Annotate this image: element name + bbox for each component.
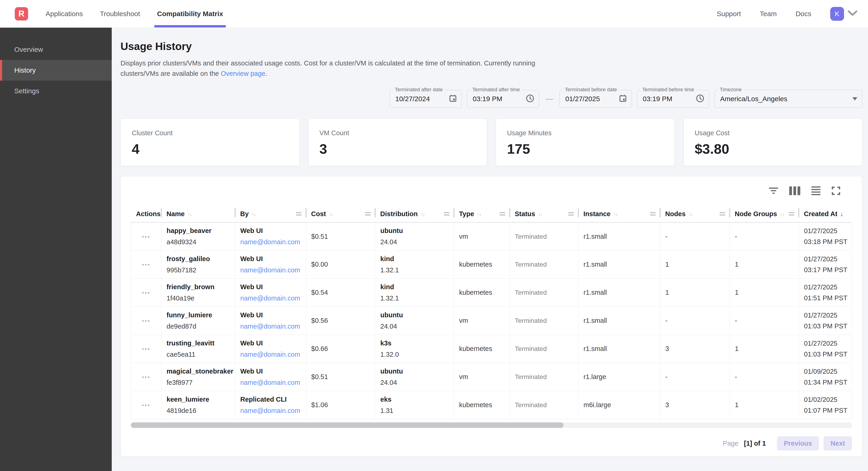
- cell-cost: $0.66: [306, 335, 375, 363]
- columns-icon[interactable]: [789, 185, 800, 196]
- cell-node-groups: 1: [730, 278, 799, 307]
- avatar[interactable]: K: [830, 7, 844, 21]
- column-header-node_groups[interactable]: Node Groups↑↓: [730, 206, 799, 223]
- nav-item-troubleshoot[interactable]: Troubleshoot: [100, 0, 140, 27]
- cell-primary: happy_beaver: [166, 227, 235, 235]
- sort-icon[interactable]: ↑↓: [688, 211, 692, 217]
- filter-icon[interactable]: [769, 185, 778, 196]
- previous-page-button[interactable]: Previous: [777, 436, 819, 450]
- next-page-button[interactable]: Next: [824, 436, 852, 450]
- timezone-select[interactable]: Timezone America/Los_Angeles: [714, 90, 862, 108]
- cell-node-groups: 1: [730, 251, 799, 278]
- cell-secondary: 1.32.1: [380, 266, 454, 274]
- overview-page-link[interactable]: Overview page: [221, 70, 265, 77]
- email-link[interactable]: name@domain.com: [240, 238, 300, 246]
- terminated-after-date-field[interactable]: Terminated after date 10/27/2024: [390, 90, 462, 108]
- cell-created-at: 01/27/202501:03 PM PST: [799, 335, 852, 363]
- sort-desc-icon[interactable]: ↓: [840, 210, 843, 217]
- sidebar-item-history[interactable]: History: [0, 60, 112, 81]
- sort-icon[interactable]: ↑↓: [538, 211, 542, 217]
- sort-icon[interactable]: ↑↓: [187, 211, 192, 217]
- column-menu-icon[interactable]: [444, 212, 450, 215]
- column-header-created_at[interactable]: Created At↓: [799, 206, 852, 223]
- clock-icon[interactable]: [696, 94, 705, 104]
- column-menu-icon[interactable]: [365, 212, 371, 215]
- column-header-distribution[interactable]: Distribution↑↓: [375, 206, 454, 223]
- sort-icon[interactable]: ↑↓: [329, 211, 333, 217]
- sidebar-item-settings[interactable]: Settings: [0, 81, 112, 101]
- instance-value: r1.small: [584, 289, 607, 296]
- cost-value: $0.51: [311, 373, 328, 380]
- sidebar-item-overview[interactable]: Overview: [0, 39, 112, 60]
- column-header-name[interactable]: Name↑↓: [161, 206, 235, 223]
- fullscreen-icon[interactable]: [832, 185, 840, 196]
- column-header-instance[interactable]: Instance↑↓: [579, 206, 660, 223]
- cell-secondary: 24.04: [380, 238, 454, 246]
- density-icon[interactable]: [811, 185, 820, 196]
- sort-icon[interactable]: ↑↓: [477, 211, 481, 217]
- field-label: Terminated before date: [563, 87, 619, 93]
- row-actions-button[interactable]: •••: [142, 318, 150, 324]
- column-header-by[interactable]: By↑↓: [235, 206, 306, 223]
- column-header-status[interactable]: Status↑↓: [510, 206, 579, 223]
- page-label: Page: [723, 440, 739, 447]
- sort-icon[interactable]: ↑↓: [252, 211, 256, 217]
- terminated-before-date-field[interactable]: Terminated before date 01/27/2025: [560, 90, 632, 108]
- cell-primary: k3s: [380, 340, 454, 347]
- sort-icon[interactable]: ↑↓: [780, 211, 784, 217]
- chevron-down-icon: [848, 10, 858, 17]
- created-time: 03:18 PM PST: [804, 238, 851, 246]
- row-actions-button[interactable]: •••: [142, 262, 150, 268]
- cell-actions: •••: [131, 307, 161, 335]
- status-badge: Terminated: [515, 261, 547, 268]
- row-actions-button[interactable]: •••: [142, 374, 150, 380]
- column-header-cost[interactable]: Cost↑↓: [306, 206, 375, 223]
- nav-item-team[interactable]: Team: [760, 10, 777, 18]
- email-link[interactable]: name@domain.com: [240, 323, 300, 330]
- type-value: kubernetes: [459, 345, 492, 352]
- type-value: kubernetes: [459, 261, 492, 268]
- status-badge: Terminated: [515, 345, 547, 352]
- column-menu-icon[interactable]: [296, 212, 302, 215]
- email-link[interactable]: name@domain.com: [240, 407, 300, 414]
- cell-created-at: 01/27/202503:17 PM PST: [799, 251, 852, 278]
- row-actions-button[interactable]: •••: [142, 234, 150, 240]
- node-groups-value: -: [735, 233, 737, 240]
- nav-item-applications[interactable]: Applications: [45, 0, 83, 27]
- email-link[interactable]: name@domain.com: [240, 294, 300, 302]
- row-actions-button[interactable]: •••: [142, 346, 150, 352]
- email-link[interactable]: name@domain.com: [240, 379, 300, 386]
- email-link[interactable]: name@domain.com: [240, 266, 300, 274]
- column-label: Type: [459, 210, 474, 217]
- row-actions-button[interactable]: •••: [142, 290, 150, 296]
- cell-by: Web UIname@domain.com: [235, 278, 306, 307]
- email-link[interactable]: name@domain.com: [240, 351, 300, 358]
- nav-item-docs[interactable]: Docs: [796, 10, 811, 18]
- nav-item-support[interactable]: Support: [717, 10, 741, 18]
- column-header-nodes[interactable]: Nodes↑↓: [660, 206, 730, 223]
- column-label: Node Groups: [735, 210, 777, 217]
- cell-primary: trusting_leavitt: [166, 340, 235, 347]
- column-menu-icon[interactable]: [500, 212, 505, 215]
- replicated-logo[interactable]: R: [15, 7, 28, 21]
- column-header-type[interactable]: Type↑↓: [454, 206, 510, 223]
- nav-item-compatibility-matrix[interactable]: Compatibility Matrix: [157, 0, 223, 27]
- horizontal-scrollbar[interactable]: [131, 422, 852, 428]
- sort-icon[interactable]: ↑↓: [421, 211, 425, 217]
- terminated-before-time-field[interactable]: Terminated before time 03:19 PM: [637, 90, 709, 108]
- column-menu-icon[interactable]: [650, 212, 656, 215]
- column-menu-icon[interactable]: [568, 212, 574, 215]
- scrollbar-thumb[interactable]: [131, 422, 563, 428]
- calendar-icon[interactable]: [449, 94, 457, 104]
- row-actions-button[interactable]: •••: [142, 402, 150, 409]
- cell-distribution: ubuntu24.04: [375, 223, 454, 251]
- secondary-nav: Support Team Docs K: [717, 7, 858, 21]
- terminated-after-time-field[interactable]: Terminated after time 03:19 PM: [467, 90, 539, 108]
- column-menu-icon[interactable]: [789, 212, 794, 215]
- column-menu-icon[interactable]: [720, 212, 725, 215]
- node-groups-value: -: [735, 373, 737, 380]
- account-menu[interactable]: K: [830, 7, 858, 21]
- calendar-icon[interactable]: [619, 94, 627, 104]
- sort-icon[interactable]: ↑↓: [613, 211, 617, 217]
- clock-icon[interactable]: [526, 94, 534, 104]
